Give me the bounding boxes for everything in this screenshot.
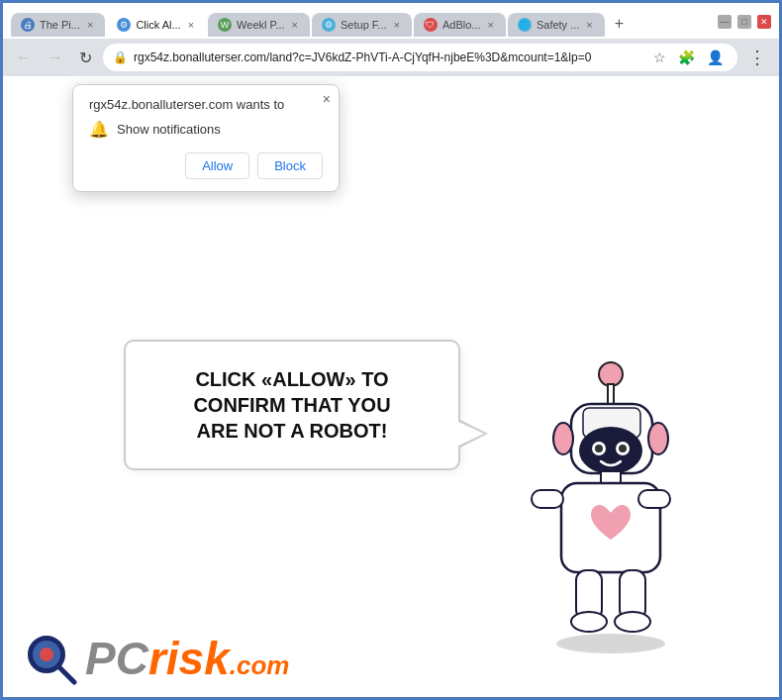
svg-point-19	[556, 634, 665, 653]
browser-menu-button[interactable]: ⋮	[743, 45, 771, 70]
new-tab-button[interactable]: +	[607, 11, 632, 37]
back-button[interactable]: ←	[11, 46, 37, 69]
robot-svg	[502, 356, 720, 663]
tab-favicon-3: W	[218, 18, 232, 32]
reload-button[interactable]: ↻	[74, 46, 97, 70]
pcrisk-risk-text: risk	[148, 633, 230, 684]
tab-label-4: Setup F...	[341, 19, 386, 31]
lock-icon: 🔒	[113, 50, 128, 64]
allow-button[interactable]: Allow	[185, 152, 249, 179]
tab-click-al[interactable]: ⚙ Click Al... ×	[107, 13, 206, 37]
address-actions: ☆ 🧩 👤	[649, 48, 728, 67]
tab-label-5: AdBlo...	[442, 19, 481, 31]
tab-favicon-6: 🌐	[518, 18, 532, 32]
pcrisk-pc-text: PC	[85, 633, 148, 684]
tab-close-4[interactable]: ×	[392, 18, 402, 32]
robot-illustration	[502, 356, 720, 663]
svg-line-23	[60, 668, 74, 682]
address-field[interactable]: 🔒 rgx54z.bonalluterser.com/land?c=JV6kdZ…	[103, 44, 737, 71]
tab-close-1[interactable]: ×	[85, 18, 95, 32]
tab-close-6[interactable]: ×	[584, 18, 594, 32]
address-text: rgx54z.bonalluterser.com/land?c=JV6kdZ-P…	[134, 50, 643, 64]
notification-popup: rgx54z.bonalluterser.com wants to × 🔔 Sh…	[72, 84, 340, 192]
svg-point-9	[553, 423, 573, 454]
tab-the-pi[interactable]: 🖨 The Pi... ×	[11, 13, 105, 37]
browser-content: rgx54z.bonalluterser.com wants to × 🔔 Sh…	[3, 76, 779, 700]
svg-point-22	[40, 648, 53, 661]
pcrisk-dotcom-text: .com	[230, 650, 290, 680]
svg-point-18	[615, 612, 650, 632]
svg-point-0	[599, 362, 623, 386]
svg-rect-14	[638, 490, 670, 508]
popup-buttons: Allow Block	[89, 152, 323, 179]
tab-label-6: Safety ...	[537, 19, 579, 31]
pcrisk-magnifier-icon	[23, 631, 77, 685]
tab-label-2: Click Al...	[136, 19, 180, 31]
forward-button[interactable]: →	[43, 46, 68, 69]
tab-favicon-5: 🛡	[424, 18, 438, 32]
svg-rect-1	[608, 384, 614, 406]
svg-point-17	[571, 612, 607, 632]
tab-safety[interactable]: 🌐 Safety ... ×	[508, 13, 605, 37]
bubble-line2: ARE NOT A ROBOT!	[197, 420, 388, 442]
window-controls: — □ ✕	[718, 15, 771, 29]
tab-close-2[interactable]: ×	[186, 18, 196, 32]
popup-close-button[interactable]: ×	[323, 91, 331, 107]
tab-weekl[interactable]: W Weekl P... ×	[208, 13, 310, 37]
tab-close-5[interactable]: ×	[485, 18, 495, 32]
tab-adblock[interactable]: 🛡 AdBlo... ×	[414, 13, 506, 37]
block-button[interactable]: Block	[257, 152, 323, 179]
tab-setup[interactable]: ⚙ Setup F... ×	[312, 13, 412, 37]
popup-title: rgx54z.bonalluterser.com wants to	[89, 97, 323, 112]
address-bar-row: ← → ↻ 🔒 rgx54z.bonalluterser.com/land?c=…	[3, 39, 779, 76]
title-bar: 🖨 The Pi... × ⚙ Click Al... × W Weekl P.…	[3, 3, 779, 39]
tab-close-3[interactable]: ×	[290, 18, 300, 32]
browser-window: 🖨 The Pi... × ⚙ Click Al... × W Weekl P.…	[3, 3, 779, 700]
pcrisk-text: PCrisk.com	[85, 633, 289, 684]
bubble-line1: CLICK «ALLOW» TO CONFIRM THAT YOU	[193, 368, 390, 416]
speech-bubble-wrapper: CLICK «ALLOW» TO CONFIRM THAT YOU ARE NO…	[124, 340, 460, 470]
maximize-button[interactable]: □	[737, 15, 751, 29]
speech-bubble: CLICK «ALLOW» TO CONFIRM THAT YOU ARE NO…	[124, 340, 460, 470]
tab-label-3: Weekl P...	[237, 19, 285, 31]
svg-point-8	[619, 445, 627, 452]
extension-button[interactable]: 🧩	[674, 48, 699, 67]
tab-favicon-4: ⚙	[322, 18, 336, 32]
tabs-area: 🖨 The Pi... × ⚙ Click Al... × W Weekl P.…	[11, 11, 718, 37]
tab-label-1: The Pi...	[40, 19, 80, 31]
profile-button[interactable]: 👤	[703, 48, 728, 67]
popup-notification-row: 🔔 Show notifications	[89, 120, 323, 139]
tab-favicon-2: ⚙	[117, 18, 131, 32]
svg-point-4	[579, 427, 642, 474]
svg-point-6	[595, 445, 603, 452]
minimize-button[interactable]: —	[718, 15, 732, 29]
popup-notification-text: Show notifications	[117, 122, 221, 137]
pcrisk-logo: PCrisk.com	[23, 631, 289, 685]
bookmark-button[interactable]: ☆	[649, 48, 670, 67]
pcrisk-text-area: PCrisk.com	[85, 632, 289, 685]
bell-icon: 🔔	[89, 120, 109, 139]
svg-point-10	[648, 423, 668, 454]
svg-rect-13	[532, 490, 563, 508]
bubble-text: CLICK «ALLOW» TO CONFIRM THAT YOU ARE NO…	[155, 366, 429, 444]
close-button[interactable]: ✕	[757, 15, 771, 29]
tab-favicon-1: 🖨	[21, 18, 35, 32]
